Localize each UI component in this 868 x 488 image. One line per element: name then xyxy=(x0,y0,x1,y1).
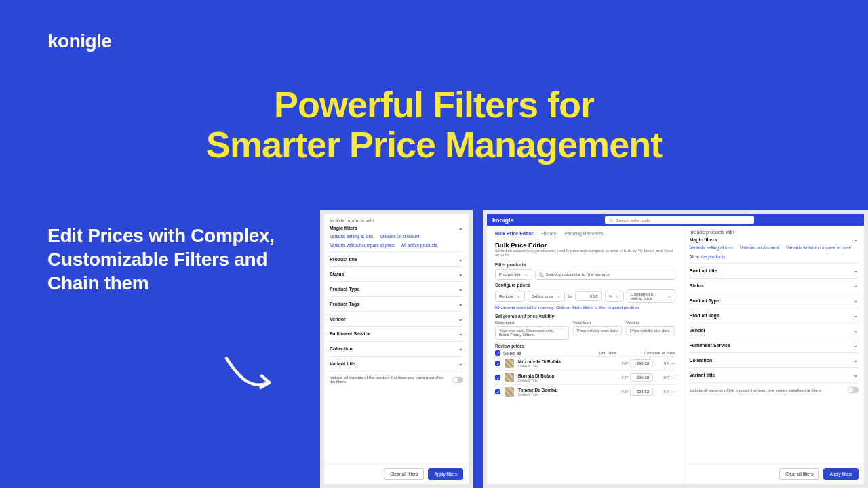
brand-logo: konigle xyxy=(47,30,112,52)
filter-group[interactable]: Vendor xyxy=(690,323,859,338)
filter-group[interactable]: Status xyxy=(330,266,463,281)
magic-link[interactable]: All active products xyxy=(690,254,726,259)
filter-group[interactable]: Product Type xyxy=(330,281,463,296)
filter-group-label: Vendor xyxy=(330,317,346,321)
filter-group-label: Variant title xyxy=(690,373,715,378)
clear-filters-button[interactable]: Clear all filters xyxy=(779,468,819,480)
magic-link[interactable]: Variants without compare at price xyxy=(330,243,395,247)
description-input[interactable]: Year end sale, Christmas sale, Black Fri… xyxy=(495,326,569,340)
currency-label: INR xyxy=(622,375,628,380)
tab-pending[interactable]: Pending Requests xyxy=(564,231,603,236)
magic-filters-toggle[interactable]: Magic filters xyxy=(690,237,859,243)
description-label: Description xyxy=(495,321,569,325)
product-row: Mozzarella Di BufalaDefault Title INR290… xyxy=(495,356,675,370)
include-variants-toggle[interactable] xyxy=(452,377,463,383)
filter-group-label: Product title xyxy=(690,268,717,273)
compare-price-empty: — xyxy=(671,361,675,365)
review-prices-label: Review prices xyxy=(495,344,675,348)
filter-group-label: Product Tags xyxy=(690,313,719,318)
valid-to-input[interactable]: Price validity end date xyxy=(626,326,675,336)
chevron-down-icon xyxy=(854,237,859,243)
filter-group[interactable]: Product Tags xyxy=(330,296,463,311)
compare-price-empty: — xyxy=(671,390,675,394)
amount-input[interactable]: 0.00 xyxy=(575,291,602,301)
price-type-select[interactable]: Selling price xyxy=(528,291,566,302)
filter-group[interactable]: Status xyxy=(690,278,859,293)
filter-group[interactable]: Product Type xyxy=(690,293,859,308)
filter-group[interactable]: Fulfilment Service xyxy=(330,326,463,341)
tab-history[interactable]: History xyxy=(541,231,556,236)
magic-link[interactable]: Variants selling at loss xyxy=(330,234,373,239)
product-row: Burrata Di BufalaDefault Title INR290.18… xyxy=(495,370,675,384)
filter-group-label: Product title xyxy=(330,257,357,262)
unit-price-input[interactable]: 290.18 xyxy=(630,373,653,382)
magic-link[interactable]: All active products xyxy=(401,243,437,247)
apply-filters-button[interactable]: Apply filters xyxy=(823,468,859,480)
filter-group-label: Collection xyxy=(330,346,353,351)
select-all-checkbox[interactable] xyxy=(495,350,500,356)
tab-bulk-editor[interactable]: Bulk Price Editor xyxy=(495,231,533,236)
chevron-down-icon xyxy=(854,312,859,319)
product-thumb xyxy=(505,373,514,382)
magic-filters-label: Magic filters xyxy=(690,237,717,242)
chevron-down-icon xyxy=(458,271,463,277)
filter-group[interactable]: Vendor xyxy=(330,311,463,326)
filter-group-label: Variant title xyxy=(330,361,355,366)
filter-search-input[interactable]: 🔍 Search product title to filter variant… xyxy=(535,270,675,280)
filter-group[interactable]: Product Tags xyxy=(690,308,859,323)
filter-group[interactable]: Collection xyxy=(690,352,859,367)
include-variants-toggle[interactable] xyxy=(848,387,859,393)
row-checkbox[interactable] xyxy=(495,361,500,366)
product-name: Burrata Di Bufala xyxy=(518,373,554,378)
row-checkbox[interactable] xyxy=(495,389,500,394)
filter-group-label: Status xyxy=(330,272,344,277)
currency-label: INR xyxy=(622,361,628,365)
magic-link[interactable]: Variants without compare at price xyxy=(786,245,851,250)
magic-link[interactable]: Variants on discount xyxy=(740,245,779,250)
hero-title: Powerful Filters for Smarter Price Manag… xyxy=(95,85,773,165)
unit-select[interactable]: % xyxy=(605,291,624,302)
filters-panel-side: Include products with Magic filters Vari… xyxy=(684,226,865,484)
chevron-down-icon xyxy=(854,327,859,333)
filters-panel-left: Include products with Magic filters Vari… xyxy=(320,210,473,488)
magic-filters-toggle[interactable]: Magic filters xyxy=(330,225,463,231)
search-input[interactable]: Search seller tools xyxy=(605,216,754,224)
currency-label: INR xyxy=(663,361,669,365)
page-subtitle: Schedule couponless promotions, modify p… xyxy=(495,249,675,257)
magic-link[interactable]: Variants on discount xyxy=(380,234,419,239)
filter-group[interactable]: Variant title xyxy=(690,367,859,382)
magic-link[interactable]: Variants selling at loss xyxy=(690,245,733,250)
filter-group[interactable]: Variant title xyxy=(330,356,463,371)
chevron-down-icon xyxy=(458,225,463,231)
row-checkbox[interactable] xyxy=(495,375,500,380)
action-select[interactable]: Reduce xyxy=(495,291,525,302)
valid-from-input[interactable]: Price validity start date xyxy=(573,326,622,336)
filter-group[interactable]: Fulfilment Service xyxy=(690,338,859,352)
compared-select[interactable]: Compared to selling price xyxy=(627,289,675,303)
filter-field-select[interactable]: Product title xyxy=(495,269,532,280)
filter-group-label: Product Type xyxy=(690,298,719,303)
include-variants-note: Include all variants of the product if a… xyxy=(690,388,844,392)
clear-filters-button[interactable]: Clear all filters xyxy=(384,468,424,480)
app-panel: konigle Search seller tools Bulk Price E… xyxy=(483,210,868,488)
chevron-down-icon xyxy=(458,316,463,322)
filter-products-label: Filter products xyxy=(495,262,675,267)
configure-prices-label: Configure prices xyxy=(495,283,675,287)
filter-group-label: Status xyxy=(690,283,704,288)
filter-group[interactable]: Collection xyxy=(330,341,463,356)
select-all-label: Select all xyxy=(503,351,521,356)
filter-group-label: Fulfilment Service xyxy=(690,343,730,348)
filter-search-placeholder: Search product title to filter variants xyxy=(546,272,610,277)
unit-price-input[interactable]: 334.82 xyxy=(630,388,653,396)
compare-price-empty: — xyxy=(671,375,675,380)
app-main: Bulk Price Editor History Pending Reques… xyxy=(487,226,684,484)
filter-group-label: Fulfilment Service xyxy=(330,331,370,336)
filter-group[interactable]: Product title xyxy=(690,263,859,278)
unit-price-input[interactable]: 290.18 xyxy=(630,359,653,367)
arrow-icon xyxy=(220,349,281,410)
filter-group-label: Product Tags xyxy=(330,302,359,306)
filter-group[interactable]: Product title xyxy=(330,251,463,266)
hero-line-2: Smarter Price Management xyxy=(95,125,773,165)
product-thumb xyxy=(505,359,514,368)
apply-filters-button[interactable]: Apply filters xyxy=(428,468,463,480)
